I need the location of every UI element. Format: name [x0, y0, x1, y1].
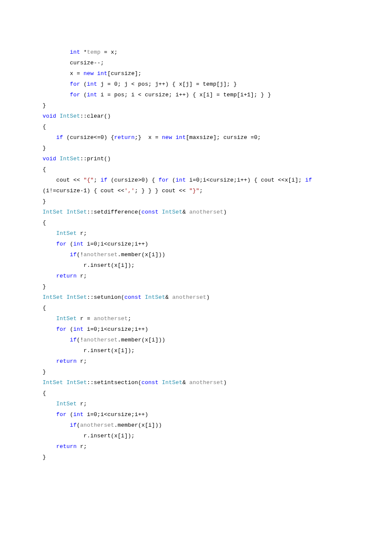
code-line: for (int i=0;i<cursize;i++) — [43, 241, 148, 247]
code-line: return r; — [43, 273, 87, 279]
code-line: { — [43, 390, 46, 396]
code-line: r.insert(x[i]); — [43, 347, 135, 354]
code-line: IntSet r; — [43, 230, 87, 237]
code-line: } — [43, 102, 46, 109]
code-line: if(!anotherset.member(x[i])) — [43, 337, 165, 343]
code-line: } — [43, 454, 46, 460]
code-line: for (int j = 0; j < pos; j++) { x[j] = t… — [43, 81, 237, 87]
code-line: { — [43, 220, 46, 226]
code-line: cursize--; — [43, 60, 104, 66]
code-line: r.insert(x[i]); — [43, 262, 135, 269]
code-line: { — [43, 124, 46, 130]
code-line: int *temp = x; — [43, 49, 118, 55]
code-line: IntSet r; — [43, 401, 87, 407]
code-line: IntSet IntSet::setunion(const IntSet& an… — [43, 294, 210, 301]
code-line: if (cursize<=0) {return;} x = new int[ma… — [43, 134, 261, 141]
code-line: return r; — [43, 358, 87, 364]
code-line: (i!=cursize-1) { cout <<','; } } } cout … — [43, 188, 203, 194]
code-line: void IntSet::print() — [43, 156, 111, 162]
code-line: } — [43, 198, 46, 205]
code-line: void IntSet::clear() — [43, 113, 111, 119]
code-line: return r; — [43, 443, 87, 450]
code-line: IntSet IntSet::setintsection(const IntSe… — [43, 379, 227, 386]
code-line: IntSet r = anotherset; — [43, 315, 131, 322]
code-page: int *temp = x; cursize--; x = new int[cu… — [0, 0, 392, 480]
code-line: if(!anotherset.member(x[i])) — [43, 251, 165, 258]
code-line: if(anotherset.member(x[i])) — [43, 422, 162, 428]
code-line: x = new int[cursize]; — [43, 70, 141, 77]
code-line: for (int i = pos; i < cursize; i++) { x[… — [43, 92, 271, 98]
code-line: } — [43, 369, 46, 375]
code-line: r.insert(x[i]); — [43, 433, 135, 439]
code-line: for (int i=0;i<cursize;i++) — [43, 326, 148, 332]
code-line: cout << "{"; if (cursize>0) { for (int i… — [43, 177, 312, 183]
code-line: for (int i=0;i<cursize;i++) — [43, 411, 148, 418]
code-line: } — [43, 283, 46, 290]
code-line: } — [43, 145, 46, 151]
code-line: { — [43, 166, 46, 173]
code-line: { — [43, 305, 46, 311]
code-line: IntSet IntSet::setdifference(const IntSe… — [43, 209, 227, 215]
